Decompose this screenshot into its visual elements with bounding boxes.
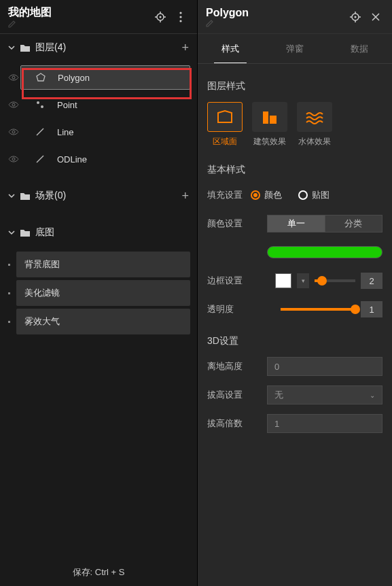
fill-color-radio[interactable]: 颜色	[251, 189, 282, 201]
layers-section-header[interactable]: 图层(4) +	[0, 34, 197, 61]
chevron-down-icon	[8, 44, 15, 51]
svg-point-7	[37, 101, 39, 104]
polygon-icon	[33, 72, 48, 83]
eye-icon[interactable]	[7, 101, 20, 109]
basemap-section-header[interactable]: 底图	[0, 219, 197, 246]
chevron-down-icon: ⌄	[370, 392, 375, 399]
scenes-section-header[interactable]: 场景(0) +	[0, 182, 197, 209]
more-icon[interactable]	[173, 9, 189, 25]
basic-style-title: 基本样式	[207, 164, 382, 176]
fill-label: 填充设置	[207, 189, 251, 201]
basemap-item-filter[interactable]: 美化滤镜	[16, 280, 190, 306]
point-icon	[33, 99, 48, 110]
opacity-slider[interactable]	[281, 308, 355, 311]
layer-item-odline[interactable]: ODLine	[0, 145, 197, 173]
eye-icon[interactable]	[7, 73, 20, 82]
add-layer-icon[interactable]: +	[181, 41, 189, 55]
color-mode-label: 颜色设置	[207, 218, 251, 230]
add-scene-icon[interactable]: +	[181, 189, 189, 203]
style-card-area[interactable]: 区域面	[207, 102, 243, 148]
svg-point-8	[41, 105, 43, 108]
folder-icon	[20, 192, 30, 200]
svg-point-1	[160, 16, 162, 18]
border-label: 边框设置	[207, 275, 251, 287]
right-panel-title: Polygon	[206, 7, 343, 27]
opacity-value[interactable]: 1	[361, 301, 382, 317]
eye-icon[interactable]	[7, 155, 20, 163]
eye-icon[interactable]	[7, 128, 20, 136]
color-gradient-picker[interactable]	[267, 246, 382, 258]
basemap-item-bg[interactable]: 背景底图	[16, 252, 190, 277]
threeD-title: 3D设置	[207, 335, 382, 347]
svg-rect-13	[263, 111, 268, 124]
tab-popup[interactable]: 弹窗	[262, 34, 327, 63]
chevron-down-icon	[8, 229, 15, 236]
svg-point-10	[12, 158, 15, 160]
border-width-value[interactable]: 2	[361, 273, 382, 289]
style-card-water[interactable]: 水体效果	[297, 102, 332, 148]
layer-label: Point	[57, 100, 77, 110]
folder-icon	[20, 44, 30, 52]
layer-label: Line	[57, 127, 74, 137]
odline-icon	[33, 154, 48, 165]
svg-point-6	[12, 103, 15, 106]
ground-height-label: 离地高度	[207, 360, 251, 373]
chevron-down-icon[interactable]: ▾	[297, 273, 309, 288]
line-icon	[33, 126, 48, 137]
tab-style[interactable]: 样式	[198, 34, 262, 63]
extrude-mult-input[interactable]: 1	[267, 414, 382, 433]
layer-style-title: 图层样式	[207, 80, 382, 92]
ground-height-input[interactable]: 0	[267, 357, 382, 376]
edit-icon[interactable]	[8, 20, 148, 28]
save-hint: 保存: Ctrl + S	[0, 559, 197, 586]
layer-item-line[interactable]: Line	[0, 118, 197, 145]
extrude-mult-label: 拔高倍数	[207, 417, 251, 430]
svg-point-5	[12, 76, 15, 79]
tab-data[interactable]: 数据	[327, 34, 392, 63]
svg-point-3	[179, 16, 181, 18]
color-mode-segmented[interactable]: 单一 分类	[267, 215, 382, 232]
extrude-label: 拔高设置	[207, 389, 251, 401]
edit-icon[interactable]	[206, 19, 343, 27]
locate-icon[interactable]	[152, 9, 168, 25]
svg-rect-14	[270, 116, 277, 124]
layer-item-polygon[interactable]: Polygon	[0, 64, 197, 91]
seg-classify[interactable]: 分类	[325, 215, 383, 232]
svg-point-2	[179, 12, 181, 14]
opacity-label: 透明度	[207, 303, 251, 315]
basemap-item-fog[interactable]: 雾效大气	[16, 309, 190, 334]
locate-icon[interactable]	[347, 9, 363, 25]
map-title: 我的地图	[8, 5, 148, 28]
layer-label: Polygon	[58, 73, 90, 83]
fill-texture-radio[interactable]: 贴图	[298, 189, 329, 201]
close-icon[interactable]	[368, 9, 384, 25]
folder-icon	[20, 228, 30, 237]
border-color-swatch[interactable]	[275, 273, 291, 288]
svg-point-4	[179, 20, 181, 22]
svg-point-12	[355, 16, 357, 18]
svg-point-9	[12, 131, 15, 133]
layer-label: ODLine	[57, 154, 87, 165]
extrude-select[interactable]: 无 ⌄	[267, 385, 382, 404]
seg-single[interactable]: 单一	[267, 215, 325, 232]
style-card-building[interactable]: 建筑效果	[252, 102, 287, 148]
chevron-down-icon	[8, 192, 15, 199]
border-width-slider[interactable]	[315, 279, 355, 282]
layer-item-point[interactable]: Point	[0, 91, 197, 118]
